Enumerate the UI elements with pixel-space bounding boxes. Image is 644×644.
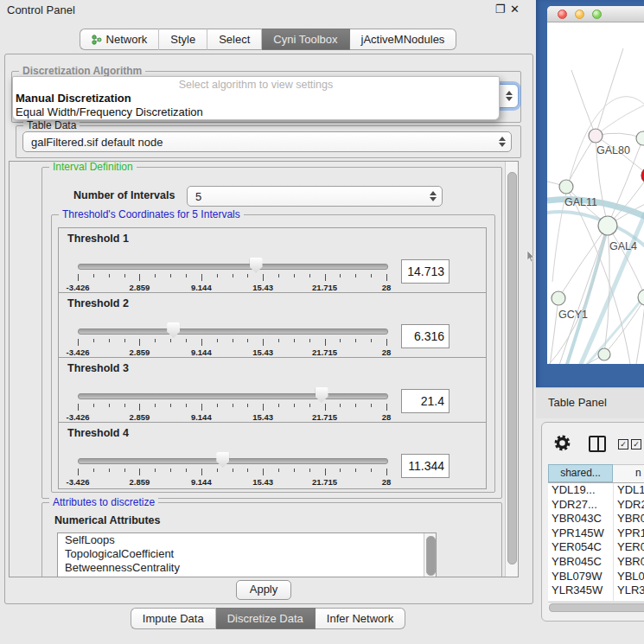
cell-shared-name: YLR345W: [548, 583, 613, 598]
slider-ruler: -3.4262.8599.14415.4321.71528: [78, 404, 386, 423]
cell-name: YLR3: [613, 583, 644, 598]
table-row[interactable]: YDR27... YDR2: [548, 498, 644, 513]
number-of-intervals-combobox[interactable]: 5: [187, 186, 443, 207]
slider-track[interactable]: [78, 393, 388, 399]
slider-track[interactable]: [78, 328, 388, 335]
attribute-name: SelfLoops: [65, 533, 115, 546]
threshold-label: Threshold 4: [67, 427, 129, 439]
combobox-value: 5: [195, 190, 201, 203]
table-row[interactable]: YIL052C YIL0: [548, 598, 644, 601]
attribute-name: BetweennessCentrality: [65, 561, 180, 574]
group-title: Discretization Algorithm: [19, 65, 145, 77]
panel-title: Control Panel: [7, 3, 75, 16]
mouse-cursor: [526, 251, 535, 263]
attribute-list-item[interactable]: TopologicalCoefficient: [58, 547, 436, 561]
node-label: GAL11: [564, 196, 597, 208]
cell-shared-name: YER054C: [548, 540, 613, 555]
close-panel-button[interactable]: ✕: [509, 3, 520, 15]
table-row[interactable]: YBL079W YBL0: [548, 570, 644, 584]
tab-label: Select: [219, 29, 250, 49]
tab-label: Impute Data: [143, 609, 204, 628]
close-window-icon[interactable]: [558, 10, 567, 19]
threshold-value-field[interactable]: [401, 389, 450, 413]
table-row[interactable]: YBR043C YBR0: [548, 512, 644, 526]
dropdown-hint: Select algorithm to view settings: [13, 79, 499, 91]
slider-track[interactable]: [78, 264, 388, 270]
tab-label: jActiveMNodules: [361, 29, 445, 49]
combobox-value: galFiltered.sif default node: [31, 136, 163, 149]
checkbox-icon[interactable]: ✓: [631, 439, 641, 450]
table-data-group: Table Data galFiltered.sif default node: [16, 125, 521, 158]
table-row[interactable]: YLR345W YLR3: [548, 583, 644, 598]
settings-scrollpane: Interval Definition Number of Intervals …: [9, 161, 519, 577]
stepper-arrows-icon: [499, 137, 506, 147]
threshold-label: Threshold 1: [67, 233, 129, 245]
cell-name: YPR1: [613, 526, 644, 541]
threshold-4-block: Threshold 4 -3.4262.8599.14415.4321.7152…: [58, 422, 487, 489]
tab-infer-network[interactable]: Infer Network: [316, 608, 405, 629]
slider-track[interactable]: [78, 458, 388, 464]
algorithm-dropdown-popup: Select algorithm to view settings Manual…: [12, 76, 500, 120]
cell-shared-name: YDL19...: [548, 483, 613, 498]
float-window-button[interactable]: ❐: [494, 3, 506, 15]
attribute-name: TopologicalCoefficient: [65, 547, 174, 560]
tab-style[interactable]: Style: [159, 29, 207, 50]
table-panel-title: Table Panel: [548, 396, 607, 409]
column-header-name[interactable]: n: [613, 464, 644, 482]
settings-scrollbar[interactable]: [505, 162, 518, 577]
table-row[interactable]: YBR045C YBR0: [548, 555, 644, 570]
threshold-label: Threshold 3: [67, 362, 129, 374]
tab-network[interactable]: Network: [80, 29, 160, 50]
tab-jactivemnodules[interactable]: jActiveMNodules: [350, 29, 457, 50]
threshold-3-block: Threshold 3 -3.4262.8599.14415.4321.7152…: [58, 357, 487, 424]
table-header-row: shared... n: [548, 464, 644, 483]
cell-name: YBR0: [613, 512, 644, 526]
numerical-attributes-label: Numerical Attributes: [54, 514, 160, 526]
minimize-window-icon[interactable]: [575, 10, 584, 19]
threshold-value-field[interactable]: [401, 324, 450, 348]
checkbox-icon[interactable]: ✓: [618, 439, 628, 450]
network-node-GAL11: [559, 180, 573, 194]
tab-label: Cyni Toolbox: [273, 29, 337, 49]
group-title: Interval Definition: [49, 161, 137, 173]
table-row[interactable]: YDL19... YDL1: [548, 483, 644, 498]
network-view[interactable]: GAL80G.CGAL11GAL4GCY1HHAP2: [547, 22, 644, 364]
tab-select[interactable]: Select: [207, 29, 262, 50]
threshold-value-field[interactable]: [401, 259, 450, 284]
table-row[interactable]: YER054C YER0: [548, 540, 644, 555]
threshold-value-field[interactable]: [401, 454, 450, 478]
slider-thumb[interactable]: [167, 322, 180, 338]
table-row[interactable]: YPR145W YPR1: [548, 526, 644, 541]
control-panel-titlebar: Control Panel ❐ ✕: [0, 0, 536, 19]
node-table: shared... n YDL19... YDL1 YDR27... YDR2 …: [548, 464, 644, 601]
tab-label: Discretize Data: [227, 609, 303, 628]
list-scrollbar[interactable]: [424, 533, 436, 577]
dropdown-option-manual[interactable]: Manual Discretization: [16, 92, 131, 105]
attributes-listbox[interactable]: SelfLoops TopologicalCoefficient Between…: [57, 532, 437, 577]
cell-shared-name: YBR043C: [548, 512, 613, 526]
cell-shared-name: YBL079W: [548, 570, 613, 584]
tab-cyni-toolbox[interactable]: Cyni Toolbox: [262, 29, 349, 50]
attribute-list-item[interactable]: SelfLoops: [58, 533, 436, 547]
cell-shared-name: YBR045C: [548, 555, 613, 570]
network-node-GCY1: [552, 291, 565, 305]
apply-button[interactable]: Apply: [236, 580, 291, 600]
tab-impute-data[interactable]: Impute Data: [131, 608, 216, 629]
table-data-combobox[interactable]: galFiltered.sif default node: [22, 131, 512, 152]
zoom-window-icon[interactable]: [592, 10, 602, 19]
dropdown-option-equal-width[interactable]: Equal Width/Frequency Discretization: [16, 105, 203, 118]
slider-thumb[interactable]: [316, 387, 328, 403]
slider-thumb[interactable]: [216, 452, 229, 468]
column-header-shared[interactable]: shared...: [548, 464, 613, 482]
gear-icon[interactable]: [554, 435, 571, 451]
network-window-titlebar[interactable]: [547, 6, 644, 22]
bottom-tab-bar: Impute Data Discretize Data Infer Networ…: [0, 608, 536, 629]
network-window[interactable]: GAL80G.CGAL11GAL4GCY1HHAP2: [547, 6, 644, 364]
group-title: Attributes to discretize: [49, 496, 158, 508]
cell-shared-name: YIL052C: [548, 598, 613, 601]
split-columns-icon[interactable]: [589, 436, 606, 452]
slider-thumb[interactable]: [250, 258, 263, 273]
table-horizontal-scrollbar[interactable]: [548, 602, 644, 612]
attribute-list-item[interactable]: BetweennessCentrality: [58, 561, 436, 575]
tab-discretize-data[interactable]: Discretize Data: [216, 608, 316, 629]
